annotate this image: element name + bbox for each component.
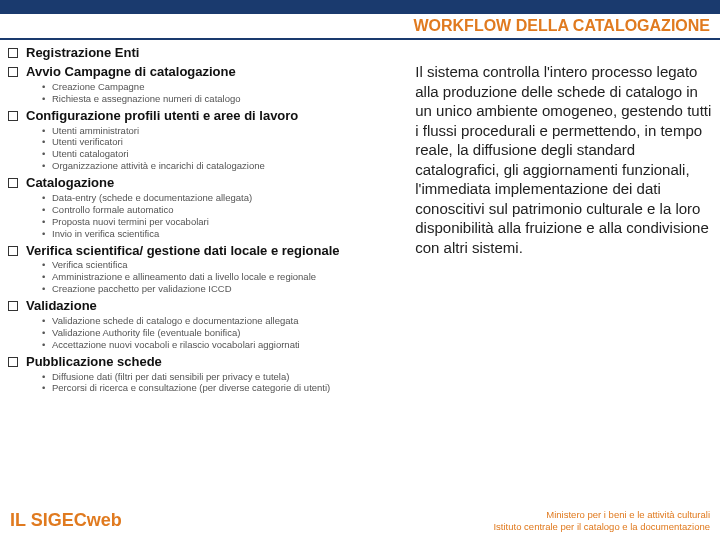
section-title: Verifica scientifica/ gestione dati loca… <box>26 244 340 259</box>
list-item-text: Verifica scientifica <box>52 259 128 271</box>
bullet-icon: • <box>42 81 52 93</box>
section: Registrazione Enti <box>8 46 399 61</box>
section: Configurazione profili utenti e aree di … <box>8 109 399 172</box>
section-head: Avvio Campagne di catalogazione <box>8 65 399 80</box>
checkbox-icon <box>8 67 18 77</box>
list-item-text: Creazione Campagne <box>52 81 144 93</box>
bullet-icon: • <box>42 204 52 216</box>
section: Validazione•Validazione schede di catalo… <box>8 299 399 351</box>
section: Pubblicazione schede•Diffusione dati (fi… <box>8 355 399 395</box>
section-head: Validazione <box>8 299 399 314</box>
list-item: •Creazione pacchetto per validazione ICC… <box>42 283 399 295</box>
footer-right: Ministero per i beni e le attività cultu… <box>493 509 710 532</box>
list-item: •Percorsi di ricerca e consultazione (pe… <box>42 382 399 394</box>
list-item-text: Accettazione nuovi vocaboli e rilascio v… <box>52 339 300 351</box>
footer-right-line1: Ministero per i beni e le attività cultu… <box>493 509 710 520</box>
footer: IL SIGECweb Ministero per i beni e le at… <box>0 503 720 540</box>
bullet-icon: • <box>42 371 52 383</box>
bullet-icon: • <box>42 259 52 271</box>
section-title: Catalogazione <box>26 176 114 191</box>
list-item: •Verifica scientifica <box>42 259 399 271</box>
list-item: •Validazione Authority file (eventuale b… <box>42 327 399 339</box>
list-item: •Richiesta e assegnazione numeri di cata… <box>42 93 399 105</box>
list-item-text: Diffusione dati (filtri per dati sensibi… <box>52 371 289 383</box>
bullet-icon: • <box>42 93 52 105</box>
checkbox-icon <box>8 301 18 311</box>
page-title: WORKFLOW DELLA CATALOGAZIONE <box>0 14 720 40</box>
list-item: •Utenti verificatori <box>42 136 399 148</box>
footer-left: IL SIGECweb <box>10 510 122 531</box>
section: Catalogazione•Data-entry (schede e docum… <box>8 176 399 239</box>
bullet-icon: • <box>42 271 52 283</box>
bullet-icon: • <box>42 216 52 228</box>
bullet-icon: • <box>42 339 52 351</box>
list-item-text: Utenti verificatori <box>52 136 123 148</box>
bullet-icon: • <box>42 228 52 240</box>
list-item-text: Richiesta e assegnazione numeri di catal… <box>52 93 241 105</box>
section-head: Catalogazione <box>8 176 399 191</box>
list-item: •Controllo formale automatico <box>42 204 399 216</box>
list-item-text: Utenti amministratori <box>52 125 139 137</box>
section: Verifica scientifica/ gestione dati loca… <box>8 244 399 296</box>
list-item-text: Creazione pacchetto per validazione ICCD <box>52 283 232 295</box>
list-item: •Utenti catalogatori <box>42 148 399 160</box>
left-column: Registrazione EntiAvvio Campagne di cata… <box>8 46 409 501</box>
list-item: •Organizzazione attività e incarichi di … <box>42 160 399 172</box>
bullet-icon: • <box>42 382 52 394</box>
list-item-text: Utenti catalogatori <box>52 148 129 160</box>
list-item: •Invio in verifica scientifica <box>42 228 399 240</box>
list-item: •Utenti amministratori <box>42 125 399 137</box>
bullet-icon: • <box>42 192 52 204</box>
bullet-icon: • <box>42 125 52 137</box>
list-item: •Accettazione nuovi vocaboli e rilascio … <box>42 339 399 351</box>
sub-list: •Validazione schede di catalogo e docume… <box>42 315 399 351</box>
list-item: •Data-entry (schede e documentazione all… <box>42 192 399 204</box>
list-item: •Creazione Campagne <box>42 81 399 93</box>
section-title: Avvio Campagne di catalogazione <box>26 65 236 80</box>
sub-list: •Verifica scientifica•Amministrazione e … <box>42 259 399 295</box>
bullet-icon: • <box>42 283 52 295</box>
list-item-text: Validazione Authority file (eventuale bo… <box>52 327 240 339</box>
checkbox-icon <box>8 111 18 121</box>
section-title: Pubblicazione schede <box>26 355 162 370</box>
list-item-text: Invio in verifica scientifica <box>52 228 159 240</box>
list-item: •Validazione schede di catalogo e docume… <box>42 315 399 327</box>
bullet-icon: • <box>42 148 52 160</box>
checkbox-icon <box>8 246 18 256</box>
sub-list: •Data-entry (schede e documentazione all… <box>42 192 399 240</box>
content-area: Registrazione EntiAvvio Campagne di cata… <box>0 40 720 503</box>
list-item-text: Amministrazione e allineamento dati a li… <box>52 271 316 283</box>
section-head: Verifica scientifica/ gestione dati loca… <box>8 244 399 259</box>
bullet-icon: • <box>42 315 52 327</box>
section-title: Configurazione profili utenti e aree di … <box>26 109 298 124</box>
section-head: Configurazione profili utenti e aree di … <box>8 109 399 124</box>
list-item: •Amministrazione e allineamento dati a l… <box>42 271 399 283</box>
list-item-text: Organizzazione attività e incarichi di c… <box>52 160 265 172</box>
checkbox-icon <box>8 178 18 188</box>
section-title: Validazione <box>26 299 97 314</box>
sub-list: •Diffusione dati (filtri per dati sensib… <box>42 371 399 395</box>
list-item: •Diffusione dati (filtri per dati sensib… <box>42 371 399 383</box>
section-title: Registrazione Enti <box>26 46 139 61</box>
list-item-text: Proposta nuovi termini per vocabolari <box>52 216 209 228</box>
footer-right-line2: Istituto centrale per il catalogo e la d… <box>493 521 710 532</box>
slide: WORKFLOW DELLA CATALOGAZIONE Registrazio… <box>0 0 720 540</box>
sub-list: •Creazione Campagne•Richiesta e assegnaz… <box>42 81 399 105</box>
list-item-text: Data-entry (schede e documentazione alle… <box>52 192 252 204</box>
section-head: Pubblicazione schede <box>8 355 399 370</box>
section: Avvio Campagne di catalogazione•Creazion… <box>8 65 399 105</box>
right-column: Il sistema controlla l'intero processo l… <box>409 46 712 501</box>
bullet-icon: • <box>42 327 52 339</box>
sub-list: •Utenti amministratori•Utenti verificato… <box>42 125 399 173</box>
list-item-text: Validazione schede di catalogo e documen… <box>52 315 298 327</box>
checkbox-icon <box>8 357 18 367</box>
bullet-icon: • <box>42 136 52 148</box>
list-item-text: Percorsi di ricerca e consultazione (per… <box>52 382 330 394</box>
list-item: •Proposta nuovi termini per vocabolari <box>42 216 399 228</box>
top-stripe <box>0 0 720 14</box>
section-head: Registrazione Enti <box>8 46 399 61</box>
list-item-text: Controllo formale automatico <box>52 204 173 216</box>
bullet-icon: • <box>42 160 52 172</box>
checkbox-icon <box>8 48 18 58</box>
